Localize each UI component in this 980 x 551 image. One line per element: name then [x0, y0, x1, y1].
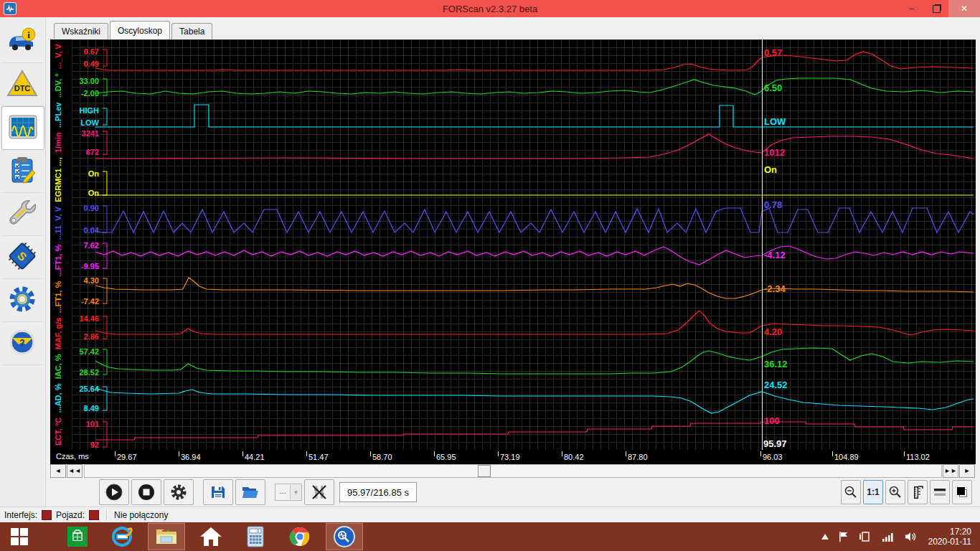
zoom-reset-button[interactable]: 1:1 — [863, 480, 883, 504]
trace-7-ft1 — [95, 278, 974, 298]
scale-max-label: 57.42 — [59, 347, 99, 356]
scale-max-label: HIGH — [59, 106, 99, 115]
scale-min-label: -2.00 — [59, 89, 99, 98]
zoom-in-button[interactable] — [885, 480, 905, 504]
wrench-icon — [6, 199, 38, 230]
tab-wskaźniki[interactable]: Wskaźniki — [54, 23, 108, 40]
trace-canvas — [50, 39, 976, 450]
tray-flag-icon[interactable] — [839, 532, 849, 542]
time-tick-label: 44.21 — [245, 453, 265, 461]
tab-oscyloskop[interactable]: Oscyloskop — [110, 21, 170, 39]
scale-bracket — [103, 316, 107, 339]
color-scheme-button[interactable] — [952, 480, 972, 504]
scale-min-label: On — [59, 189, 99, 197]
time-tick-mark — [832, 451, 833, 456]
tray-volume-icon[interactable] — [905, 531, 918, 542]
current-value-label: 100 — [764, 416, 780, 426]
save-button[interactable] — [203, 479, 233, 505]
time-tick-mark — [562, 451, 562, 456]
sidebar-item-dtc[interactable]: DTC — [1, 63, 43, 106]
scale-max-label: 101 — [59, 420, 99, 428]
windows-taskbar: 0 17:20 2020-01-11 — [0, 522, 980, 551]
restore-button[interactable] — [924, 0, 948, 17]
scale-min-label: 0.49 — [59, 60, 99, 68]
time-tick-mark — [760, 451, 761, 456]
scroll-right-fast-button[interactable]: ►► — [943, 464, 958, 478]
close-button[interactable]: ✕ — [948, 0, 980, 17]
taskbar-forscan-icon[interactable] — [326, 523, 363, 550]
current-value-label: -2.34 — [764, 284, 786, 294]
scale-min-label: 2.86 — [59, 332, 99, 341]
trace-9-iac — [95, 348, 974, 374]
scale-bracket — [103, 243, 107, 268]
time-tick-label: 29.67 — [117, 453, 137, 461]
filter-disabled-button[interactable] — [304, 479, 334, 505]
time-tick-mark — [179, 451, 179, 456]
play-button[interactable] — [99, 479, 129, 505]
scrollbar-thumb[interactable] — [478, 465, 491, 477]
scope-settings-button[interactable] — [164, 479, 194, 505]
scale-max-label: 4.30 — [59, 276, 99, 285]
vehicle-label: Pojazd: — [56, 510, 85, 520]
interface-status-indicator — [42, 510, 52, 520]
tray-expand-icon[interactable] — [821, 534, 829, 540]
sidebar-item-oscilloscope[interactable] — [1, 106, 44, 150]
scale-min-label: 92 — [59, 441, 99, 449]
sidebar-item-service[interactable] — [1, 193, 43, 236]
cursor-time-value: 95.97 — [763, 438, 787, 449]
marker-combobox[interactable]: --- ▼ — [275, 484, 302, 501]
tab-tabela[interactable]: Tabela — [171, 23, 212, 40]
scroll-left-fast-button[interactable]: ◄◄ — [67, 464, 83, 478]
time-tick-mark — [626, 451, 626, 456]
minimize-button[interactable]: – — [900, 0, 924, 17]
time-tick-mark — [904, 451, 905, 456]
ruler-button[interactable] — [908, 480, 928, 504]
dtc-icon: DTC — [6, 69, 38, 100]
scroll-left-button[interactable]: ◄ — [50, 464, 66, 478]
time-tick-label: 65.95 — [436, 453, 456, 461]
trace-5-11vv — [95, 208, 974, 232]
scale-bracket — [103, 79, 107, 95]
scale-bracket — [103, 171, 107, 195]
oscilloscope-chart[interactable]: ECT, °C...AD, %IAC, %MAF, g/s...FT1, %..… — [50, 39, 976, 462]
taskbar-chrome-icon[interactable] — [281, 523, 319, 550]
sidebar-item-configuration[interactable] — [1, 279, 43, 322]
sidebar-item-vehicle-info[interactable]: i — [1, 20, 43, 63]
vehicle-status-indicator — [89, 510, 99, 520]
start-button[interactable] — [0, 522, 39, 551]
time-cursor-line[interactable] — [762, 39, 763, 450]
time-position-field[interactable]: 95.97/216.85 s — [339, 482, 417, 502]
taskbar-clock[interactable]: 17:20 2020-01-11 — [928, 527, 972, 547]
tray-battery-icon[interactable] — [859, 532, 872, 542]
scale-max-label: 0.67 — [59, 47, 99, 56]
current-value-label: 36.12 — [764, 359, 788, 369]
scale-max-label: 0.90 — [59, 204, 99, 212]
taskbar-explorer-icon[interactable] — [148, 523, 185, 550]
svg-text:DTC: DTC — [14, 84, 31, 93]
line-style-button[interactable] — [930, 480, 950, 504]
chip-icon: S — [6, 242, 38, 273]
sidebar-item-tests[interactable] — [1, 150, 43, 193]
taskbar-store-icon[interactable] — [59, 523, 96, 550]
time-tick-mark — [370, 451, 371, 456]
scale-min-label: 0.04 — [59, 226, 99, 235]
scroll-right-button[interactable]: ► — [959, 464, 975, 478]
zoom-out-button[interactable] — [841, 480, 861, 504]
stop-button[interactable] — [131, 479, 161, 505]
time-tick-mark — [498, 451, 499, 456]
time-tick-label: 36.94 — [181, 453, 201, 461]
current-value-label: 1012 — [764, 148, 785, 158]
sidebar-item-programming[interactable]: S — [1, 236, 43, 279]
sidebar: iDTCS? — [0, 17, 46, 507]
time-tick-label: 96.03 — [763, 453, 783, 461]
taskbar-ie-icon[interactable] — [103, 523, 141, 550]
open-button[interactable] — [235, 479, 265, 505]
taskbar-home-icon[interactable] — [192, 523, 230, 550]
sidebar-item-help[interactable]: ? — [1, 322, 43, 365]
current-value-label: On — [764, 165, 777, 175]
scrollbar-track[interactable] — [84, 464, 942, 478]
tray-network-icon[interactable] — [882, 532, 895, 542]
taskbar-calculator-icon[interactable]: 0 — [237, 523, 274, 550]
svg-text:?: ? — [19, 338, 24, 348]
window-title: FORScan v2.3.27 beta — [0, 4, 980, 14]
